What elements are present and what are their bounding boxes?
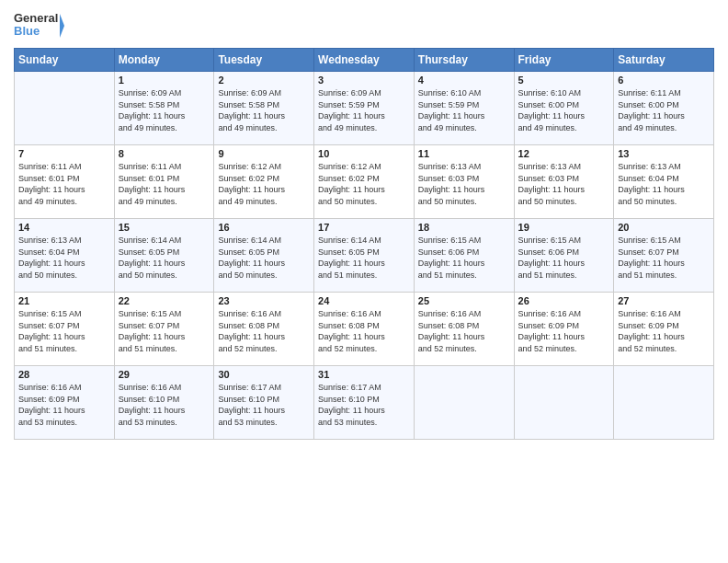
day-number: 15 [119,222,210,233]
day-info: Sunrise: 6:17 AMSunset: 6:10 PMDaylight:… [218,382,310,428]
day-info: Sunrise: 6:16 AMSunset: 6:08 PMDaylight:… [318,308,410,354]
week-row-1: 1Sunrise: 6:09 AMSunset: 5:58 PMDaylight… [15,72,714,145]
day-info: Sunrise: 6:11 AMSunset: 6:01 PMDaylight:… [119,161,210,207]
day-number: 23 [218,295,310,306]
day-number: 30 [218,369,310,380]
day-info: Sunrise: 6:11 AMSunset: 6:01 PMDaylight:… [18,161,110,207]
table-cell: 1Sunrise: 6:09 AMSunset: 5:58 PMDaylight… [114,72,214,145]
svg-text:General: General [14,11,58,25]
table-cell: 22Sunrise: 6:15 AMSunset: 6:07 PMDayligh… [114,293,214,366]
day-info: Sunrise: 6:16 AMSunset: 6:09 PMDaylight:… [518,308,610,354]
header-saturday: Saturday [614,49,714,72]
day-number: 28 [18,369,110,380]
day-info: Sunrise: 6:09 AMSunset: 5:58 PMDaylight:… [119,87,210,133]
day-number: 5 [518,75,610,86]
calendar-table: SundayMondayTuesdayWednesdayThursdayFrid… [14,48,714,440]
day-number: 20 [618,222,710,233]
day-number: 1 [119,75,210,86]
day-number: 19 [518,222,610,233]
day-info: Sunrise: 6:14 AMSunset: 6:05 PMDaylight:… [318,235,410,281]
table-cell [614,366,714,440]
table-cell: 11Sunrise: 6:13 AMSunset: 6:03 PMDayligh… [414,145,514,219]
table-cell: 31Sunrise: 6:17 AMSunset: 6:10 PMDayligh… [314,366,415,440]
table-cell: 2Sunrise: 6:09 AMSunset: 5:58 PMDaylight… [214,72,314,145]
week-row-3: 14Sunrise: 6:13 AMSunset: 6:04 PMDayligh… [15,219,714,293]
day-number: 10 [318,148,410,159]
day-info: Sunrise: 6:16 AMSunset: 6:08 PMDaylight:… [418,308,510,354]
day-number: 18 [418,222,510,233]
day-info: Sunrise: 6:15 AMSunset: 6:07 PMDaylight:… [18,308,110,354]
day-number: 3 [318,75,410,86]
day-info: Sunrise: 6:15 AMSunset: 6:06 PMDaylight:… [518,235,610,281]
table-cell: 9Sunrise: 6:12 AMSunset: 6:02 PMDaylight… [214,145,314,219]
day-info: Sunrise: 6:17 AMSunset: 6:10 PMDaylight:… [318,382,410,428]
header-row: SundayMondayTuesdayWednesdayThursdayFrid… [15,49,714,72]
calendar-page: General Blue SundayMondayTuesdayWednesda… [0,0,728,563]
table-cell: 8Sunrise: 6:11 AMSunset: 6:01 PMDaylight… [114,145,214,219]
header-tuesday: Tuesday [214,49,314,72]
logo: General Blue [14,9,64,42]
table-cell: 24Sunrise: 6:16 AMSunset: 6:08 PMDayligh… [314,293,415,366]
table-cell [15,72,115,145]
day-number: 12 [518,148,610,159]
day-number: 6 [618,75,710,86]
day-number: 8 [119,148,210,159]
day-number: 24 [318,295,410,306]
table-cell: 27Sunrise: 6:16 AMSunset: 6:09 PMDayligh… [614,293,714,366]
table-cell: 20Sunrise: 6:15 AMSunset: 6:07 PMDayligh… [614,219,714,293]
table-cell: 12Sunrise: 6:13 AMSunset: 6:03 PMDayligh… [514,145,614,219]
table-cell: 15Sunrise: 6:14 AMSunset: 6:05 PMDayligh… [114,219,214,293]
table-cell: 7Sunrise: 6:11 AMSunset: 6:01 PMDaylight… [15,145,115,219]
day-number: 2 [218,75,310,86]
day-number: 4 [418,75,510,86]
day-info: Sunrise: 6:10 AMSunset: 5:59 PMDaylight:… [418,87,510,133]
day-info: Sunrise: 6:16 AMSunset: 6:09 PMDaylight:… [18,382,110,428]
header-sunday: Sunday [15,49,115,72]
table-cell: 10Sunrise: 6:12 AMSunset: 6:02 PMDayligh… [314,145,415,219]
day-number: 31 [318,369,410,380]
table-cell [514,366,614,440]
table-cell: 28Sunrise: 6:16 AMSunset: 6:09 PMDayligh… [15,366,115,440]
table-cell: 3Sunrise: 6:09 AMSunset: 5:59 PMDaylight… [314,72,415,145]
table-cell: 19Sunrise: 6:15 AMSunset: 6:06 PMDayligh… [514,219,614,293]
table-cell: 5Sunrise: 6:10 AMSunset: 6:00 PMDaylight… [514,72,614,145]
header-thursday: Thursday [414,49,514,72]
day-number: 21 [18,295,110,306]
table-cell: 13Sunrise: 6:13 AMSunset: 6:04 PMDayligh… [614,145,714,219]
day-info: Sunrise: 6:12 AMSunset: 6:02 PMDaylight:… [318,161,410,207]
day-info: Sunrise: 6:11 AMSunset: 6:00 PMDaylight:… [618,87,710,133]
logo-svg: General Blue [14,9,64,42]
day-number: 22 [119,295,210,306]
table-cell: 26Sunrise: 6:16 AMSunset: 6:09 PMDayligh… [514,293,614,366]
table-cell: 18Sunrise: 6:15 AMSunset: 6:06 PMDayligh… [414,219,514,293]
day-number: 26 [518,295,610,306]
day-number: 17 [318,222,410,233]
table-cell: 6Sunrise: 6:11 AMSunset: 6:00 PMDaylight… [614,72,714,145]
table-cell: 29Sunrise: 6:16 AMSunset: 6:10 PMDayligh… [114,366,214,440]
day-number: 27 [618,295,710,306]
day-info: Sunrise: 6:16 AMSunset: 6:09 PMDaylight:… [618,308,710,354]
day-number: 7 [18,148,110,159]
table-cell: 21Sunrise: 6:15 AMSunset: 6:07 PMDayligh… [15,293,115,366]
day-info: Sunrise: 6:09 AMSunset: 5:59 PMDaylight:… [318,87,410,133]
day-number: 29 [119,369,210,380]
table-cell: 25Sunrise: 6:16 AMSunset: 6:08 PMDayligh… [414,293,514,366]
svg-marker-2 [60,14,64,38]
day-info: Sunrise: 6:16 AMSunset: 6:10 PMDaylight:… [119,382,210,428]
day-info: Sunrise: 6:15 AMSunset: 6:06 PMDaylight:… [418,235,510,281]
day-info: Sunrise: 6:10 AMSunset: 6:00 PMDaylight:… [518,87,610,133]
calendar-body: 1Sunrise: 6:09 AMSunset: 5:58 PMDaylight… [15,72,714,440]
day-number: 11 [418,148,510,159]
table-cell [414,366,514,440]
day-info: Sunrise: 6:15 AMSunset: 6:07 PMDaylight:… [119,308,210,354]
table-cell: 14Sunrise: 6:13 AMSunset: 6:04 PMDayligh… [15,219,115,293]
header-friday: Friday [514,49,614,72]
day-info: Sunrise: 6:13 AMSunset: 6:04 PMDaylight:… [618,161,710,207]
day-info: Sunrise: 6:14 AMSunset: 6:05 PMDaylight:… [218,235,310,281]
svg-text:Blue: Blue [14,24,40,38]
header: General Blue [14,9,714,42]
table-cell: 30Sunrise: 6:17 AMSunset: 6:10 PMDayligh… [214,366,314,440]
week-row-5: 28Sunrise: 6:16 AMSunset: 6:09 PMDayligh… [15,366,714,440]
day-info: Sunrise: 6:13 AMSunset: 6:04 PMDaylight:… [18,235,110,281]
day-info: Sunrise: 6:13 AMSunset: 6:03 PMDaylight:… [418,161,510,207]
